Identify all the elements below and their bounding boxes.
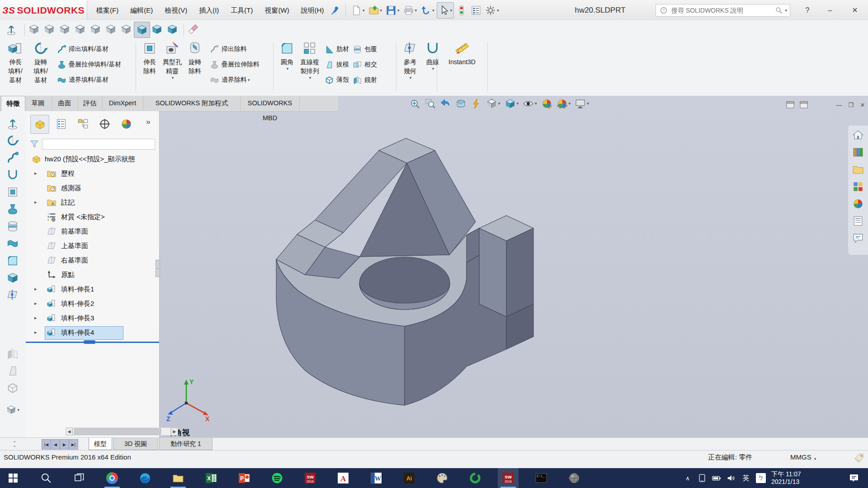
dropdown-caret-icon[interactable]: ▾ xyxy=(309,75,311,80)
dimxpertmanager-tab[interactable] xyxy=(95,115,113,133)
print-button[interactable]: ▾ xyxy=(402,3,419,18)
dropdown-caret-icon[interactable]: ▾ xyxy=(172,75,174,80)
chrome-taskbar-icon[interactable] xyxy=(102,468,123,488)
zoom-to-fit-button[interactable] xyxy=(409,98,420,109)
rollback-grip[interactable] xyxy=(84,340,95,344)
zoom-to-area-button[interactable] xyxy=(425,98,436,109)
quick-evaluate-button[interactable] xyxy=(471,98,482,109)
feature-tree-item[interactable]: 右基準面 xyxy=(26,254,159,267)
tag-icon[interactable] xyxy=(854,453,864,465)
custom-properties-icon[interactable] xyxy=(851,214,865,228)
ribbon-button[interactable]: 伸長填料/基材 xyxy=(3,39,28,84)
powerpoint-taskbar-icon[interactable]: P xyxy=(234,468,255,488)
panel-tab-overflow[interactable]: » xyxy=(146,117,150,127)
options-gear-button[interactable]: ▾ xyxy=(484,3,500,18)
revolved-boss-tool-icon[interactable] xyxy=(6,134,19,147)
file-explorer-taskbar-icon[interactable] xyxy=(168,468,189,488)
scroll-right-button[interactable]: ▶ xyxy=(171,427,178,436)
tab-nav-button[interactable]: ▶| xyxy=(69,439,78,450)
start-taskbar-icon[interactable] xyxy=(3,468,24,488)
panel-splitter[interactable]: ‹ xyxy=(156,260,160,277)
feature-tree-item[interactable]: 感測器 xyxy=(26,182,159,195)
solidworks-forum-icon[interactable] xyxy=(851,231,865,245)
swept-boss-tool-icon[interactable] xyxy=(6,151,19,164)
view-orientation-button[interactable]: ▾ xyxy=(486,98,500,109)
undo-button[interactable]: ▾ xyxy=(419,3,436,18)
search-taskbar-icon[interactable] xyxy=(36,468,57,488)
terminal-taskbar-icon[interactable]: C:\_ xyxy=(531,468,552,488)
tab-草圖[interactable]: 草圖 xyxy=(24,96,52,111)
menu-item[interactable]: 插入(I) xyxy=(193,0,225,20)
ribbon-button[interactable]: 鏡射 xyxy=(353,72,377,88)
dropdown-caret-icon[interactable]: ▾ xyxy=(248,78,250,82)
feature-tree-item[interactable]: ▸填料-伸長1 xyxy=(26,283,159,296)
feature-tree-root[interactable]: hw20 (預設<<預設>_顯示狀態 xyxy=(26,153,159,166)
dropdown-caret-icon[interactable]: ▾ xyxy=(569,101,571,106)
reference-geometry-tool-icon[interactable] xyxy=(6,288,19,302)
feature-tree-item[interactable]: 上基準面 xyxy=(26,239,159,253)
tab-特徵[interactable]: 特徵 xyxy=(1,96,25,111)
draft-tool-icon[interactable] xyxy=(6,364,19,378)
search-caret-icon[interactable]: ▾ xyxy=(785,8,787,13)
dropdown-caret-icon[interactable]: ▾ xyxy=(432,66,434,71)
wireframe-sphere-taskbar-icon[interactable] xyxy=(564,468,585,488)
filter-input[interactable] xyxy=(42,139,155,150)
apply-scene-button[interactable]: ▾ xyxy=(557,98,571,109)
dropdown-caret-icon[interactable]: ▾ xyxy=(432,8,434,13)
view-cube-button[interactable] xyxy=(26,22,42,37)
dropdown-caret-icon[interactable]: ▾ xyxy=(363,8,365,13)
lofted-boss-tool-icon[interactable] xyxy=(6,202,19,216)
normal-to-tool-icon[interactable] xyxy=(6,117,19,130)
units-dropdown[interactable]: MMGS ▴ xyxy=(790,453,816,461)
tray-language-indicator[interactable]: 英 xyxy=(740,468,752,488)
display-style-button[interactable]: ▾ xyxy=(505,98,519,109)
select-button[interactable]: ▾ xyxy=(437,2,454,19)
ribbon-button[interactable]: 包覆 xyxy=(353,42,377,57)
view-cube-button[interactable] xyxy=(134,22,150,38)
previous-view-button[interactable] xyxy=(440,98,451,109)
dropdown-caret-icon[interactable]: ▾ xyxy=(497,8,499,13)
scroll-track[interactable] xyxy=(73,427,171,436)
view-cube-button[interactable] xyxy=(72,22,88,37)
extruded-cut-tool-icon[interactable] xyxy=(6,185,19,199)
configurationmanager-tab[interactable] xyxy=(74,115,92,133)
solidworks-taskbar-icon[interactable]: SW2016 xyxy=(498,468,519,488)
menu-item[interactable]: 編輯(E) xyxy=(124,0,159,20)
expand-arrow-icon[interactable]: ▸ xyxy=(34,199,37,205)
expand-arrow-icon[interactable]: ▸ xyxy=(34,300,37,306)
save-button[interactable]: ▾ xyxy=(384,3,401,18)
appearances-scenes-icon[interactable] xyxy=(851,197,865,211)
wrap-tool-icon[interactable] xyxy=(6,220,19,233)
menu-item[interactable]: 檔案(F) xyxy=(90,0,124,20)
bottom-tab-3d-views[interactable]: 3D 視圖 xyxy=(113,438,158,450)
help-button[interactable]: ? xyxy=(798,0,816,20)
ribbon-button[interactable]: Instant3D xyxy=(439,39,485,66)
view-cube-button[interactable] xyxy=(118,22,134,37)
green-ring-app-taskbar-icon[interactable] xyxy=(465,468,486,488)
edit-appearance-button[interactable] xyxy=(541,98,552,109)
dropdown-caret-icon[interactable]: ▾ xyxy=(587,101,589,106)
close-button[interactable]: ✕ xyxy=(844,0,866,20)
section-view-button[interactable] xyxy=(455,98,467,109)
normal-to-view-button[interactable] xyxy=(4,22,19,37)
filter-funnel-icon[interactable] xyxy=(29,139,39,149)
expand-arrow-icon[interactable]: ▸ xyxy=(34,170,37,176)
tray-ime-icon[interactable]: ㄅ xyxy=(754,468,768,488)
expand-arrow-icon[interactable]: ▸ xyxy=(34,315,37,321)
ribbon-button[interactable]: 相交 xyxy=(353,57,377,72)
menu-item[interactable]: 檢視(V) xyxy=(159,0,193,20)
expand-arrow-icon[interactable]: ▸ xyxy=(34,329,37,335)
task-view-taskbar-icon[interactable] xyxy=(69,468,90,488)
feature-tree-item[interactable]: ▸填料-伸長4 xyxy=(26,326,159,340)
word-taskbar-icon[interactable]: W xyxy=(366,468,387,488)
feature-tree-item[interactable]: 原點 xyxy=(26,268,159,282)
menu-item[interactable]: 視窗(W) xyxy=(259,0,295,20)
ribbon-button[interactable]: 旋轉填料/基材 xyxy=(28,39,53,84)
feature-tree-item[interactable]: ▸A註記 xyxy=(26,196,159,210)
ribbon-button[interactable]: 邊界填料/基材 xyxy=(57,72,121,88)
model-3d[interactable] xyxy=(269,124,540,424)
new-document-button[interactable]: ▾ xyxy=(349,3,366,18)
edge-taskbar-icon[interactable] xyxy=(135,468,156,488)
ribbon-button[interactable]: 直線複製排列▾ xyxy=(298,39,321,80)
hide-show-items-button[interactable]: ▾ xyxy=(523,98,537,109)
